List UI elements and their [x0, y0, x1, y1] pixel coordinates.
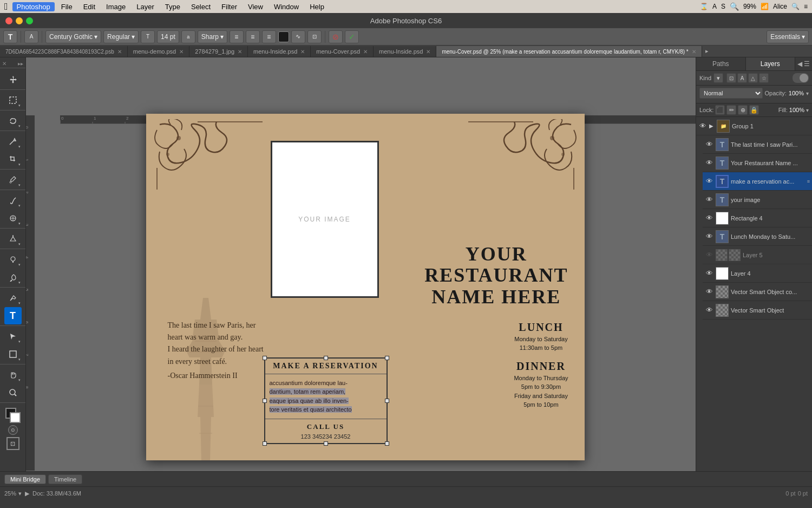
menu-help[interactable]: Help	[305, 2, 329, 11]
tab-paths[interactable]: Paths	[696, 57, 746, 70]
tab-4[interactable]: menu-Cover.psd ✕	[311, 46, 374, 57]
path-select-tool[interactable]: ▾	[4, 328, 22, 345]
menu-type[interactable]: Type	[161, 2, 185, 11]
menu-edit[interactable]: Edit	[79, 2, 100, 11]
text-tool[interactable]: T	[4, 307, 22, 324]
menu-image[interactable]: Image	[102, 2, 130, 11]
essentials-selector[interactable]: Essentials ▾	[767, 30, 809, 43]
paint-bucket-tool[interactable]: ▾	[4, 230, 22, 248]
tab-1[interactable]: menu-demo.psd ✕	[128, 46, 190, 57]
pixel-filter-btn[interactable]: ⊡	[726, 73, 736, 83]
marquee-tool[interactable]: ▾	[4, 92, 22, 109]
layer-text4[interactable]: 👁 T your image	[703, 191, 812, 209]
tab-1-close[interactable]: ✕	[179, 49, 184, 55]
tab-0[interactable]: 7D6DA6854223C888F3A8438408193C2.psb ✕	[0, 46, 128, 57]
zoom-tool[interactable]	[4, 384, 22, 401]
layer-vso1-visibility[interactable]: 👁	[705, 288, 713, 296]
type-filter-btn[interactable]: A	[737, 73, 747, 83]
screen-mode-btn[interactable]: ⊡	[6, 437, 19, 450]
panel-menu-btn[interactable]: ☰	[804, 60, 810, 68]
tab-5[interactable]: menu-Inside.psd ✕	[374, 46, 436, 57]
move-tool[interactable]	[4, 71, 22, 88]
tool-text-icon[interactable]: A	[24, 30, 38, 43]
tab-6[interactable]: menu-Cover.psd @ 25% (make a reservation…	[436, 46, 702, 57]
cancel-btn[interactable]: ⊘	[329, 30, 343, 43]
lasso-tool[interactable]: ▾	[4, 112, 22, 129]
notification-icon[interactable]: ≡	[804, 3, 808, 10]
menu-file[interactable]: File	[57, 2, 77, 11]
lock-all-btn[interactable]: 🔒	[749, 105, 759, 115]
hand-tool[interactable]: ▾	[4, 366, 22, 383]
layer-text5[interactable]: 👁 T Lunch Monday to Satu...	[703, 227, 812, 246]
apple-menu[interactable]: 	[4, 1, 8, 12]
background-color[interactable]	[10, 412, 21, 423]
mini-bridge-tab[interactable]: Mini Bridge	[4, 474, 46, 484]
lock-position-btn[interactable]: ✏	[726, 105, 736, 115]
tab-4-close[interactable]: ✕	[363, 49, 368, 55]
layer-text1-visibility[interactable]: 👁	[705, 140, 713, 149]
status-arrow[interactable]: ▶	[25, 490, 29, 497]
font-size-input[interactable]: 14 pt	[157, 30, 179, 43]
char-panel-btn[interactable]: ⊡	[307, 30, 322, 43]
layer-vso2-visibility[interactable]: 👁	[705, 306, 713, 315]
timeline-tab[interactable]: Timeline	[48, 474, 82, 484]
layer-text4-visibility[interactable]: 👁	[705, 196, 713, 204]
menu-filter[interactable]: Filter	[217, 2, 241, 11]
layer-vso1[interactable]: 👁 Vector Smart Object co...	[703, 283, 812, 301]
crop-tool[interactable]: ▾	[4, 151, 22, 168]
close-button[interactable]	[5, 17, 12, 24]
opacity-arrow[interactable]: ▾	[806, 90, 809, 96]
shape-filter-btn[interactable]: △	[748, 73, 758, 83]
wand-tool[interactable]: ▾	[4, 133, 22, 150]
menu-select[interactable]: Select	[187, 2, 215, 11]
menu-view[interactable]: View	[244, 2, 267, 11]
menu-layer[interactable]: Layer	[132, 2, 159, 11]
menu-window[interactable]: Window	[270, 2, 303, 11]
tab-2-close[interactable]: ✕	[238, 49, 242, 55]
tool-type-icon[interactable]: T	[3, 30, 17, 43]
layer-text3-visibility[interactable]: 👁	[705, 177, 713, 186]
tab-3[interactable]: menu-Inside.psd ✕	[248, 46, 311, 57]
blend-mode-select[interactable]: Normal	[699, 88, 763, 99]
menu-photoshop[interactable]: Photoshop	[12, 2, 55, 11]
align-center-btn[interactable]: ≡	[246, 30, 260, 43]
lock-move-btn[interactable]: ⊕	[738, 105, 748, 115]
tab-3-close[interactable]: ✕	[300, 49, 305, 55]
warp-text-btn[interactable]: ∿	[291, 30, 305, 43]
layer-rect4-visibility[interactable]: 👁	[705, 214, 713, 223]
kind-selector[interactable]: ▾	[713, 73, 723, 83]
pen-tool[interactable]: ▾	[4, 289, 22, 307]
minimize-button[interactable]	[16, 17, 23, 24]
tab-6-close[interactable]: ✕	[692, 49, 696, 55]
tabs-overflow[interactable]: ▸	[702, 48, 712, 55]
tools-panel-expand[interactable]: ▸▸	[18, 61, 23, 67]
color-swatch[interactable]	[278, 31, 289, 42]
lock-pixels-btn[interactable]: ⬛	[715, 105, 725, 115]
font-size-decrease[interactable]: T	[141, 30, 155, 43]
tab-layers[interactable]: Layers	[746, 57, 796, 70]
smart-filter-btn[interactable]: ☆	[759, 73, 769, 83]
eyedropper-tool[interactable]: ▾	[4, 171, 22, 188]
quick-mask-btn[interactable]: ⊙	[8, 425, 18, 435]
align-right-btn[interactable]: ≡	[262, 30, 276, 43]
search-icon[interactable]: 🔍	[730, 2, 739, 11]
layer-text5-visibility[interactable]: 👁	[705, 232, 713, 241]
layer-text3[interactable]: 👁 T make a reservation ac... ≡	[703, 172, 812, 191]
font-style-selector[interactable]: Regular ▾	[103, 30, 139, 43]
layer-text1[interactable]: 👁 T The last time I saw Pari...	[703, 135, 812, 154]
layer-text2[interactable]: 👁 T Your Restaurant Name ...	[703, 154, 812, 172]
zoom-arrow[interactable]: ▾	[18, 490, 22, 497]
layer-5[interactable]: 👁 Layer 5	[703, 246, 812, 264]
tab-0-close[interactable]: ✕	[117, 49, 122, 55]
layer-group1[interactable]: 👁 ▶ 📁 Group 1	[696, 117, 812, 135]
panel-collapse-btn[interactable]: ◀	[797, 60, 802, 68]
dodge-tool[interactable]: ▾	[4, 269, 22, 286]
filter-toggle[interactable]	[793, 73, 809, 83]
fill-arrow[interactable]: ▾	[806, 107, 809, 113]
canvas-scroll[interactable]: YOUR IMAGE YOURRESTAURANTNAME HERE	[26, 57, 696, 507]
tab-5-close[interactable]: ✕	[426, 49, 430, 55]
font-family-selector[interactable]: Century Gothic ▾	[45, 30, 101, 43]
clone-tool[interactable]: ▾	[4, 210, 22, 227]
brush-tool[interactable]: ▾	[4, 192, 22, 209]
layer-vso2[interactable]: 👁 Vector Smart Object	[703, 301, 812, 320]
